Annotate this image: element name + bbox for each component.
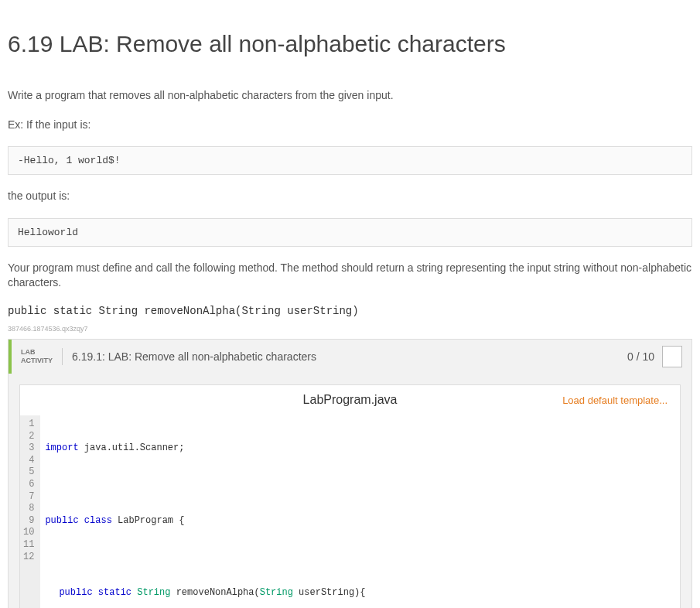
line-num: 8 [23, 503, 34, 515]
line-num: 3 [23, 442, 34, 455]
code-text: removeNonAlpha( [170, 587, 259, 598]
line-num: 11 [23, 539, 34, 552]
code-editor[interactable]: 1 2 3 4 5 6 7 8 9 10 11 12 import java.u… [20, 415, 680, 608]
line-num: 10 [23, 527, 34, 539]
line-num: 6 [23, 479, 34, 491]
editor-toolbar: LabProgram.java Load default template... [20, 385, 680, 415]
line-num: 7 [23, 491, 34, 504]
kw: import [45, 442, 78, 453]
file-name: LabProgram.java [303, 393, 398, 407]
example-label: Ex: If the input is: [8, 118, 692, 133]
intro-text: Write a program that removes all non-alp… [8, 88, 692, 104]
code-text: java.util.Scanner; [79, 442, 185, 453]
kw: static [93, 587, 131, 598]
type: String [260, 587, 293, 598]
code-text: LabProgram { [112, 515, 185, 526]
line-gutter: 1 2 3 4 5 6 7 8 9 10 11 12 [20, 415, 40, 608]
type: String [131, 587, 170, 598]
lab-panel: LAB ACTIVITY 6.19.1: LAB: Remove all non… [8, 339, 692, 608]
kw: public [59, 587, 92, 598]
lab-header: LAB ACTIVITY 6.19.1: LAB: Remove all non… [9, 340, 691, 374]
lab-activity-l2: ACTIVITY [21, 357, 53, 365]
lab-activity-label: LAB ACTIVITY [21, 348, 63, 365]
line-num: 9 [23, 515, 34, 528]
page-title: 6.19 LAB: Remove all non-alphabetic char… [8, 31, 692, 57]
example-output-block: Helloworld [8, 218, 692, 247]
lab-activity-l1: LAB [21, 348, 53, 357]
editor-container: LabProgram.java Load default template...… [19, 384, 681, 608]
lab-score: 0 / 10 [627, 350, 654, 363]
method-signature: public static String removeNonAlpha(Stri… [8, 305, 692, 317]
code-text: userString){ [293, 587, 366, 598]
example-input-block: -Hello, 1 world$! [8, 146, 692, 175]
kw: public [45, 515, 78, 526]
score-badge-icon [662, 346, 682, 367]
output-label: the output is: [8, 189, 692, 204]
code-lines[interactable]: import java.util.Scanner; public class L… [40, 415, 680, 608]
lab-title: 6.19.1: LAB: Remove all non-alphabetic c… [72, 350, 627, 363]
resource-id: 387466.1874536.qx3zqy7 [8, 325, 692, 333]
kw: class [79, 515, 112, 526]
line-num: 1 [23, 418, 34, 431]
requirement-text: Your program must define and call the fo… [8, 261, 692, 291]
line-num: 12 [23, 552, 34, 564]
line-num: 2 [23, 431, 34, 443]
load-template-button[interactable]: Load default template... [562, 395, 668, 406]
line-num: 4 [23, 455, 34, 467]
line-num: 5 [23, 466, 34, 479]
